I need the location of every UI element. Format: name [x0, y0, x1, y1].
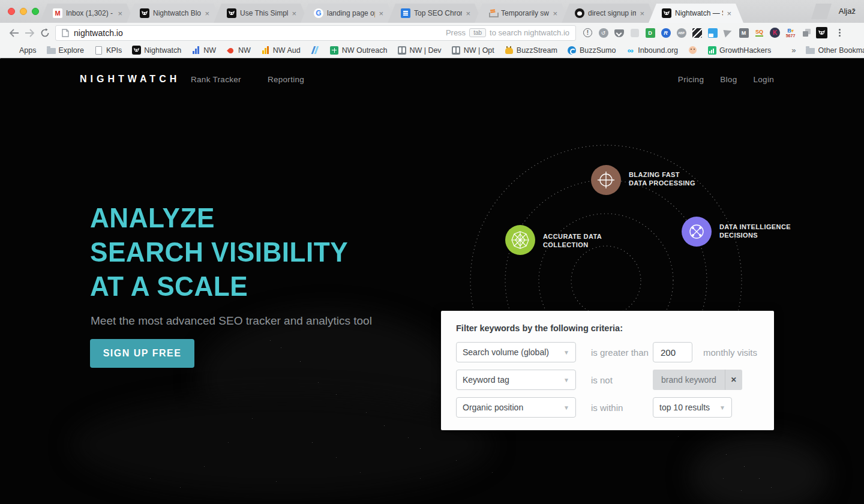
github-icon [575, 8, 584, 18]
feature-blazing-fast: BLAZING FAST DATA PROCESSING [591, 165, 621, 195]
bookmark-nw-analytics[interactable]: NW [191, 46, 216, 55]
site-nav-right: Pricing Blog Login [678, 75, 774, 84]
sign-up-free-button[interactable]: SIGN UP FREE [90, 339, 194, 368]
field-select-organic-position[interactable]: Organic position ▼ [456, 397, 576, 418]
filter-panel-title: Filter keywords by the following criteri… [456, 323, 623, 333]
select-value: Search volume (global) [463, 347, 549, 357]
tab-title: Nightwatch Blog | [153, 9, 201, 17]
nightwatch-extension-icon[interactable] [816, 27, 827, 38]
bookmark-explore[interactable]: Explore [47, 46, 84, 55]
disabled-extension-icon[interactable] [629, 27, 640, 38]
d-extension-icon[interactable]: D [644, 27, 656, 38]
send-extension-icon[interactable] [722, 27, 734, 38]
nav-blog[interactable]: Blog [720, 75, 737, 84]
nav-rank-tracker[interactable]: Rank Tracker [191, 75, 241, 84]
screenshot-extension-icon[interactable] [707, 27, 718, 38]
pocket-extension-icon[interactable] [613, 27, 625, 38]
page-info-extension-icon[interactable]: ! [582, 27, 593, 38]
r-extension-icon[interactable]: R [660, 27, 671, 38]
slashes-icon [311, 46, 320, 55]
tab-close-icon[interactable]: × [292, 10, 296, 17]
infinity-icon: ∞ [626, 46, 635, 55]
tab-nightwatch-active[interactable]: Nightwatch — Sea × [649, 4, 743, 23]
site-nav-left: Rank Tracker Reporting [191, 75, 304, 84]
nightwatch-logo[interactable]: NIGHTWATCH [80, 74, 180, 85]
chrome-menu-icon[interactable] [834, 27, 845, 38]
bookmark-label: BuzzSumo [580, 46, 616, 55]
chevron-down-icon: ▼ [563, 377, 569, 383]
fullscreen-window-button[interactable] [32, 8, 39, 15]
chip-label: brand keyword [653, 370, 725, 390]
bookmark-buzzsumo[interactable]: BuzzSumo [568, 46, 616, 55]
url-text[interactable]: nightwatch.io [74, 28, 441, 38]
medium-extension-icon[interactable]: M [738, 27, 749, 38]
klout-extension-icon[interactable]: K [769, 27, 781, 38]
bookmarks-overflow-chevron[interactable]: » [791, 46, 796, 55]
tab-inbox[interactable]: M Inbox (1,302) - alj × [40, 4, 134, 23]
forward-button[interactable] [22, 25, 37, 41]
bookmark-nw-flame[interactable]: NW [226, 46, 251, 55]
bookmark-face[interactable] [688, 46, 697, 55]
other-bookmarks[interactable]: Other Bookmarks [806, 46, 864, 55]
bookmark-label: Inbound.org [638, 46, 678, 55]
top-results-select[interactable]: top 10 results ▼ [653, 397, 732, 418]
tab-close-icon[interactable]: × [379, 10, 383, 17]
bookmark-nw-outreach[interactable]: NW Outreach [330, 46, 388, 55]
feature-accurate-data: ACCURATE DATA COLLECTION [505, 225, 535, 255]
extension-icons: ! ↺ D R ABP M SQ K B 5677 [582, 27, 845, 38]
address-bar[interactable]: nightwatch.io Press tab to search nightw… [55, 25, 576, 41]
builtwith-extension-icon[interactable]: B 5677 [785, 27, 796, 38]
bookmark-label: NW Aud [273, 46, 301, 55]
bookmarks-bar: Apps Explore KPIs Nightwatch NW NW NW Au… [0, 43, 864, 58]
nav-reporting[interactable]: Reporting [268, 75, 304, 84]
close-window-button[interactable] [8, 8, 15, 15]
value-column: brand keyword ✕ [653, 370, 742, 390]
operator-text: is not [591, 375, 613, 385]
sync-extension-icon[interactable]: ↺ [598, 27, 609, 38]
nav-login[interactable]: Login [753, 75, 774, 84]
bookmark-buzzstream[interactable]: BuzzStream [505, 46, 557, 55]
bookmark-nw-aud[interactable]: NW Aud [261, 46, 301, 55]
seoquake-extension-icon[interactable]: SQ [754, 27, 765, 38]
tab-title: direct signup impr [588, 9, 636, 17]
tab-landing-page[interactable]: G landing page optim × [301, 4, 395, 23]
browser-profile-name[interactable]: Aljaž [839, 7, 856, 16]
bookmark-apps[interactable]: Apps [7, 46, 37, 55]
bookmark-nightwatch[interactable]: Nightwatch [132, 46, 181, 55]
nav-pricing[interactable]: Pricing [678, 75, 704, 84]
tab-top-seo-chrome[interactable]: Top SEO Chrome E × [388, 4, 482, 23]
tab-close-icon[interactable]: × [205, 10, 209, 17]
tab-direct-signup[interactable]: direct signup impr × [562, 4, 656, 23]
tab-close-icon[interactable]: × [118, 10, 122, 17]
chevron-down-icon: ▼ [563, 404, 569, 411]
builtwith-badge: 5677 [786, 34, 796, 38]
field-select-keyword-tag[interactable]: Keyword tag ▼ [456, 370, 576, 390]
tab-nightwatch-blog[interactable]: Nightwatch Blog | × [127, 4, 221, 23]
field-select-search-volume[interactable]: Search volume (global) ▼ [456, 342, 576, 362]
feedly-flag-extension-icon[interactable] [691, 27, 703, 38]
kanban-board-icon [452, 46, 461, 55]
monthly-visits-input[interactable] [653, 342, 692, 362]
bookmark-nw-opt[interactable]: NW | Opt [452, 46, 494, 55]
bookmark-inbound[interactable]: ∞ Inbound.org [626, 46, 678, 55]
reload-button[interactable] [37, 25, 53, 41]
bookmark-growthhackers[interactable]: GrowthHackers [707, 46, 771, 55]
bookmark-nw-dev[interactable]: NW | Dev [397, 46, 441, 55]
bookmark-slashes[interactable] [311, 46, 320, 55]
bookmark-kpis[interactable]: KPIs [94, 46, 122, 55]
tab-close-icon[interactable]: × [466, 10, 470, 17]
tab-use-this-simple[interactable]: Use This Simple T × [214, 4, 308, 23]
tab-close-icon[interactable]: × [640, 10, 644, 17]
tab-close-icon[interactable]: × [727, 10, 731, 17]
chip-remove-icon[interactable]: ✕ [725, 370, 742, 390]
adblock-plus-extension-icon[interactable]: ABP [676, 27, 687, 38]
tab-temporarily-switch[interactable]: Temporarily switch × [475, 4, 569, 23]
tab-close-icon[interactable]: × [553, 10, 557, 17]
minimize-window-button[interactable] [20, 8, 27, 15]
select-value: Keyword tag [463, 375, 509, 385]
bookmark-label: NW Outreach [342, 46, 388, 55]
sessions-extension-icon[interactable] [800, 27, 812, 38]
new-tab-button[interactable] [811, 4, 832, 19]
back-button[interactable] [6, 25, 22, 41]
value-column: monthly visits [653, 342, 757, 362]
